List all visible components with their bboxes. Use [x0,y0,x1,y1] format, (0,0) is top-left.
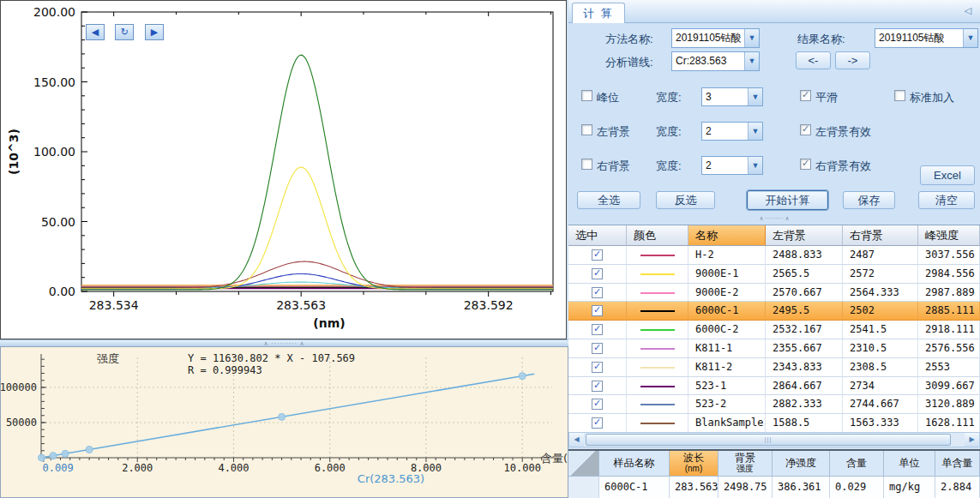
column-header-0[interactable]: 选中 [568,225,627,246]
left-bg-valid-checkbox[interactable] [800,124,811,135]
left-bg-width-combo[interactable]: 2 ▼ [701,122,763,141]
row-checkbox[interactable] [592,381,603,392]
row-checkbox[interactable] [592,324,603,335]
right-bg-width-value: 2 [706,157,747,174]
standard-addition-checkbox[interactable] [894,90,905,101]
right-bg-width-combo[interactable]: 2 ▼ [701,156,763,175]
scroll-right-icon[interactable]: ▶ [965,433,979,447]
row-checkbox[interactable] [592,399,603,410]
column-header-4[interactable]: 右背景 [843,225,918,246]
cell: 2565.5 [766,265,843,284]
prev-scan-button[interactable]: ◀ [86,24,105,40]
row-checkbox[interactable] [592,362,603,373]
table-row[interactable]: K811-12355.6672310.52576.556 [568,339,980,358]
start-calculation-button[interactable]: 开始计算 [747,190,828,210]
result-header-6[interactable]: 单含量 [935,451,980,477]
result-name-label: 结果名称: [797,32,845,47]
peak-position-checkbox[interactable] [581,90,592,101]
invert-selection-button[interactable]: 反选 [656,191,715,209]
calibration-chart[interactable]: 500001000000.0092.0004.0006.0008.00010.0… [1,347,568,497]
cell: 3037.556 [918,246,980,265]
svg-text:100.00: 100.00 [33,145,75,159]
table-row[interactable]: 523-22882.3332744.6673120.889 [568,395,980,414]
calibration-point[interactable] [519,373,526,380]
table-row[interactable]: BlankSample11588.51563.3331628.111 [568,414,980,433]
svg-text:50.00: 50.00 [41,215,75,229]
tab-calculate[interactable]: 计 算 [572,3,625,23]
chevron-down-icon[interactable]: ▼ [963,29,977,47]
cell: 9000E-1 [688,265,766,284]
result-header-0[interactable]: 样品名称 [599,451,670,477]
analysis-line-combo[interactable]: Cr:283.563 ▼ [671,51,760,71]
result-table-corner[interactable] [568,451,599,477]
chevron-down-icon[interactable]: ▼ [748,123,762,140]
spectral-chart[interactable]: 0.0050.00100.00150.00200.00283.534283.56… [1,1,566,339]
smooth-checkbox[interactable] [800,90,811,101]
refresh-button[interactable]: ↻ [115,24,134,40]
cell: 2984.556 [918,265,980,284]
row-checkbox[interactable] [592,343,603,354]
peak-width-combo[interactable]: 3 ▼ [701,87,763,106]
left-background-checkbox[interactable] [581,124,592,135]
cell: 2488.833 [766,246,843,265]
chevron-down-icon[interactable]: ▼ [744,52,759,70]
table-row[interactable]: 9000E-22570.6672564.3332987.889 [568,284,980,303]
calibration-point[interactable] [279,413,286,420]
column-header-1[interactable]: 颜色 [627,225,688,246]
save-button[interactable]: 保存 [843,191,895,209]
result-header-1[interactable]: 波长(nm) [670,451,718,477]
table-row[interactable]: 6000C-12495.525022885.111 [568,302,980,321]
scroll-left-icon[interactable]: ◀ [569,433,584,447]
result-header-2[interactable]: 背景强度 [718,451,773,477]
scrollbar-thumb[interactable]: ||| [586,434,951,446]
column-header-5[interactable]: 峰强度 [918,225,980,246]
clear-button[interactable]: 清空 [918,191,975,209]
row-checkbox[interactable] [592,268,603,279]
table-row[interactable]: H-22488.83324873037.556 [568,246,980,265]
color-swatch [640,367,675,369]
table-splitter[interactable]: ∧ ········· ∧ [568,213,980,225]
method-name-combo[interactable]: 20191105钴酸 ▼ [671,28,760,48]
prev-result-button[interactable]: <- [796,51,831,69]
select-all-button[interactable]: 全选 [577,191,640,209]
cell: 6000C-2 [688,321,766,339]
next-scan-button[interactable]: ▶ [145,24,164,40]
calibration-point[interactable] [62,450,69,457]
table-h-scrollbar[interactable]: ◀ ▶ ||| [568,432,980,447]
result-name-combo[interactable]: 20191105钴酸 ▼ [875,28,978,48]
cell: K811-2 [688,358,766,377]
column-header-2[interactable]: 名称 [688,225,766,246]
excel-button[interactable]: Excel [920,165,975,185]
right-bg-valid-checkbox[interactable] [800,159,811,170]
horizontal-splitter[interactable]: ∧ ········· ∧ [0,339,568,346]
result-row-selector[interactable] [568,477,599,498]
svg-text:6.000: 6.000 [315,462,346,474]
row-checkbox[interactable] [592,287,603,298]
chevron-down-icon[interactable]: ▼ [748,88,762,105]
result-cell: 6000C-1 [599,477,670,498]
result-header-4[interactable]: 含量 [830,451,884,477]
collapse-panel-icon[interactable]: ◁ [965,5,971,16]
row-checkbox[interactable] [592,417,603,429]
result-header-3[interactable]: 净强度 [773,451,830,477]
cell: 6000C-1 [688,302,766,321]
method-name-label: 方法名称: [605,32,653,47]
calibration-point[interactable] [39,454,45,461]
calibration-point[interactable] [86,447,93,453]
row-checkbox[interactable] [592,305,603,316]
next-result-button[interactable]: -> [835,51,870,69]
result-cell: 386.361 [773,477,830,498]
result-header-5[interactable]: 单位 [884,451,935,477]
table-row[interactable]: 9000E-12565.525722984.556 [568,265,980,284]
table-row[interactable]: 523-12864.66727343099.667 [568,377,980,396]
right-background-checkbox[interactable] [581,159,592,170]
calibration-point[interactable] [50,453,57,459]
column-header-3[interactable]: 左背景 [766,225,843,246]
chevron-down-icon[interactable]: ▼ [748,157,762,174]
chevron-down-icon[interactable]: ▼ [744,29,759,47]
svg-text:283.563: 283.563 [276,298,326,312]
table-row[interactable]: 6000C-22532.1672541.52918.111 [568,321,980,339]
table-row[interactable]: K811-22343.8332308.52553 [568,358,980,377]
cell: K811-1 [688,339,766,358]
row-checkbox[interactable] [592,249,603,261]
